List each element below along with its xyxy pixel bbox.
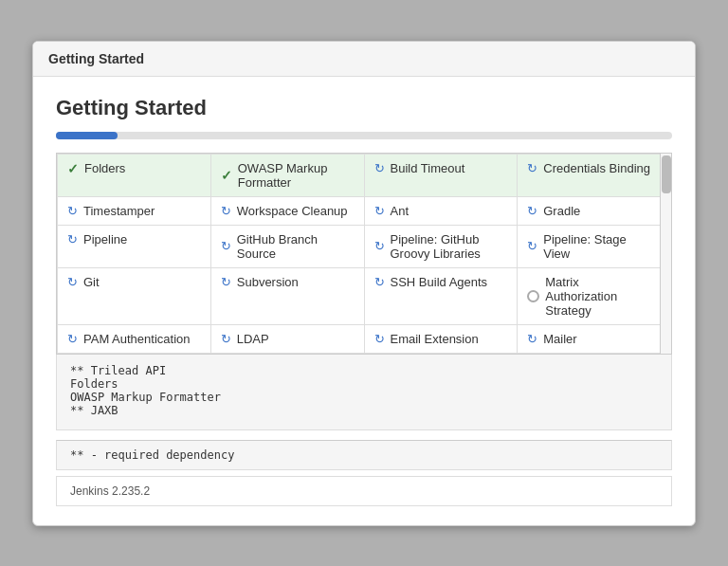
progress-bar-fill <box>56 132 118 139</box>
main-window: Getting Started Getting Started ✓Folders… <box>32 41 696 526</box>
window-title: Getting Started <box>48 51 144 66</box>
plugin-name: SSH Build Agents <box>391 275 488 289</box>
table-cell: ↻Pipeline: GitHub Groovy Libraries <box>364 225 518 267</box>
circle-icon <box>527 290 539 302</box>
table-cell: ↻LDAP <box>210 324 364 353</box>
page-title: Getting Started <box>56 96 672 120</box>
sync-icon: ↻ <box>221 332 231 346</box>
info-box: ** Trilead APIFoldersOWASP Markup Format… <box>56 355 672 430</box>
plugin-name: Subversion <box>237 275 299 289</box>
table-cell: ↻Git <box>58 267 211 324</box>
plugins-table-outer: ✓Folders✓OWASP Markup Formatter↻Build Ti… <box>56 153 672 355</box>
plugin-name: Pipeline: Stage View <box>543 232 653 261</box>
footer-note: ** - required dependency <box>56 440 672 470</box>
table-cell: ↻GitHub Branch Source <box>210 225 364 267</box>
plugin-name: Workspace Cleanup <box>237 204 348 218</box>
jenkins-version: Jenkins 2.235.2 <box>56 476 672 506</box>
sync-icon: ↻ <box>527 239 537 253</box>
plugin-name: LDAP <box>237 332 269 346</box>
plugins-table: ✓Folders✓OWASP Markup Formatter↻Build Ti… <box>57 154 671 354</box>
plugin-name: Email Extension <box>391 332 479 346</box>
plugin-name: Timestamper <box>83 204 155 218</box>
sync-icon: ↻ <box>374 332 385 346</box>
table-cell: ↻Credentials Binding <box>518 154 671 196</box>
plugin-name: PAM Authentication <box>83 332 191 346</box>
info-line: ** JAXB <box>70 404 658 417</box>
sync-icon: ↻ <box>527 161 537 175</box>
sync-icon: ↻ <box>67 275 78 289</box>
plugin-name: OWASP Markup Formatter <box>238 161 355 190</box>
table-cell: ↻Pipeline: Stage View <box>518 225 671 267</box>
info-line: Folders <box>70 377 658 391</box>
sync-icon: ↻ <box>67 204 78 218</box>
sync-icon: ↻ <box>67 332 78 346</box>
sync-icon: ↻ <box>221 239 231 253</box>
info-line: OWASP Markup Formatter <box>70 391 658 404</box>
sync-icon: ↻ <box>67 232 78 246</box>
table-cell: ↻SSH Build Agents <box>364 267 518 324</box>
sync-icon: ↻ <box>374 204 385 218</box>
table-cell: ↻PAM Authentication <box>58 324 211 353</box>
plugin-name: Matrix Authorization Strategy <box>545 275 653 318</box>
sync-icon: ↻ <box>221 275 231 289</box>
table-cell: ↻Build Timeout <box>364 154 518 196</box>
plugin-name: Mailer <box>543 332 576 346</box>
table-cell: ✓OWASP Markup Formatter <box>210 154 364 196</box>
scrollbar-indicator[interactable] <box>660 154 671 354</box>
window-body: Getting Started ✓Folders✓OWASP Markup Fo… <box>33 77 695 525</box>
table-cell: ↻Pipeline <box>58 225 211 267</box>
check-icon: ✓ <box>67 161 79 176</box>
plugins-table-wrapper: ✓Folders✓OWASP Markup Formatter↻Build Ti… <box>56 153 672 355</box>
plugin-name: Build Timeout <box>391 161 465 175</box>
sync-icon: ↻ <box>374 239 385 253</box>
sync-icon: ↻ <box>374 161 385 175</box>
table-cell: ↻Subversion <box>210 267 364 324</box>
plugin-name: Pipeline <box>83 232 127 246</box>
window-titlebar: Getting Started <box>33 42 695 77</box>
table-cell: ↻Ant <box>364 196 518 225</box>
table-cell: ↻Email Extension <box>364 324 518 353</box>
sync-icon: ↻ <box>221 204 231 218</box>
plugin-name: Pipeline: GitHub Groovy Libraries <box>391 232 508 261</box>
sync-icon: ↻ <box>527 332 537 346</box>
plugin-name: Credentials Binding <box>543 161 650 175</box>
progress-bar-container <box>56 132 672 139</box>
table-cell: Matrix Authorization Strategy <box>518 267 671 324</box>
table-cell: ↻Mailer <box>518 324 671 353</box>
sync-icon: ↻ <box>374 275 385 289</box>
info-line: ** Trilead API <box>70 364 658 377</box>
table-cell: ✓Folders <box>58 154 211 196</box>
plugin-name: Git <box>83 275 100 289</box>
plugin-name: Ant <box>391 204 410 218</box>
table-cell: ↻Workspace Cleanup <box>210 196 364 225</box>
plugin-name: GitHub Branch Source <box>237 232 355 261</box>
check-icon: ✓ <box>221 168 232 183</box>
plugin-name: Folders <box>84 161 125 175</box>
table-cell: ↻Timestamper <box>58 196 211 225</box>
scrollbar-thumb[interactable] <box>662 155 671 193</box>
table-cell: ↻Gradle <box>518 196 671 225</box>
sync-icon: ↻ <box>527 204 537 218</box>
plugin-name: Gradle <box>543 204 580 218</box>
